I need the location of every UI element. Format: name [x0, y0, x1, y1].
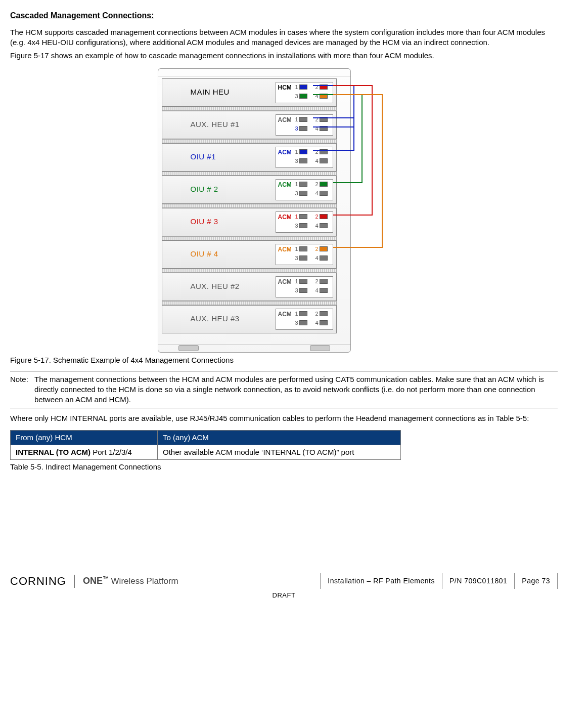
- table-cell-to: Other available ACM module ‘INTERNAL (TO…: [158, 445, 401, 459]
- figure-caption: Figure 5-17. Schematic Example of 4x4 Ma…: [10, 355, 558, 365]
- table-cell-from-rest: Port 1/2/3/4: [93, 448, 132, 456]
- table-5-5: From (any) HCM To (any) ACM INTERNAL (TO…: [10, 430, 401, 460]
- section-heading: Cascaded Management Connections:: [10, 10, 558, 21]
- footer-pn: P/N 709C011801: [442, 573, 514, 589]
- wiring-overlay: [148, 68, 421, 352]
- brand-corning: CORNING: [10, 574, 66, 589]
- note-body: The management connections between the H…: [34, 374, 558, 405]
- table-header-to: To (any) ACM: [158, 430, 401, 445]
- brand-platform: Wireless Platform: [111, 576, 178, 586]
- table-cell-from-bold: INTERNAL (TO ACM): [16, 448, 93, 456]
- paragraph-3: Where only HCM INTERNAL ports are availa…: [10, 413, 558, 423]
- table-caption: Table 5-5. Indirect Management Connectio…: [10, 462, 558, 472]
- brand-tm: ™: [103, 575, 109, 582]
- page-footer: CORNING ONE™ Wireless Platform Installat…: [10, 573, 558, 600]
- table-header-from: From (any) HCM: [11, 430, 158, 445]
- footer-section: Installation – RF Path Elements: [320, 573, 442, 589]
- table-cell-from: INTERNAL (TO ACM) Port 1/2/3/4: [11, 445, 158, 459]
- brand-one: ONE: [83, 576, 103, 586]
- footer-page: Page 73: [514, 573, 558, 589]
- paragraph-1: The HCM supports cascaded management con…: [10, 27, 558, 48]
- footer-draft: DRAFT: [10, 591, 558, 600]
- note-box: Note: The management connections between…: [10, 371, 558, 409]
- brand-logo: CORNING ONE™ Wireless Platform: [10, 574, 228, 589]
- brand-divider: [74, 575, 75, 588]
- figure-5-17: MAIN HEUHCM1234AUX. HEU #1ACM1234OIU #1A…: [10, 68, 558, 352]
- note-label: Note:: [10, 374, 34, 405]
- paragraph-2: Figure 5-17 shows an example of how to c…: [10, 51, 558, 61]
